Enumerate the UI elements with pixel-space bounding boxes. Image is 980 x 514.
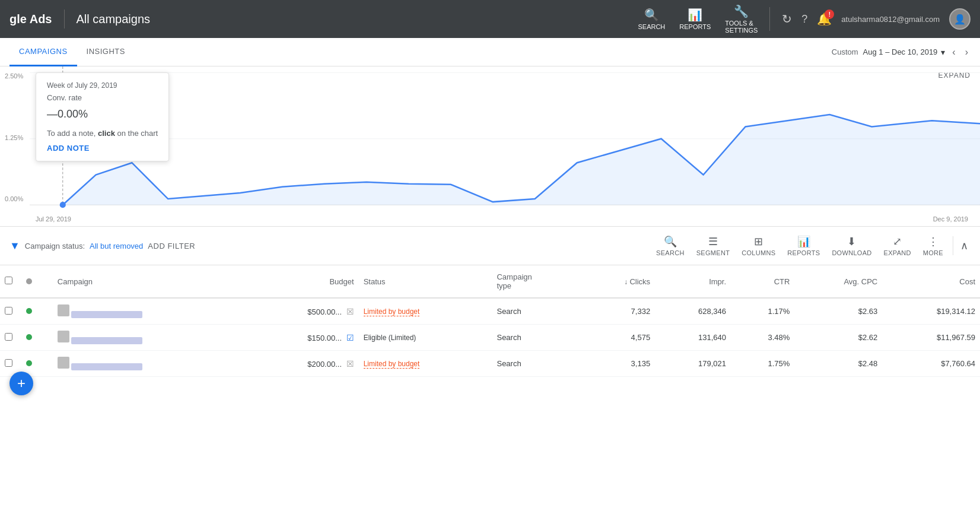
clicks-cell: 7,332 [583,298,655,325]
tab-campaigns[interactable]: CAMPAIGNS [9,38,77,66]
clicks-cell: 4,575 [583,325,655,351]
row-checkbox-cell [0,325,21,351]
row-checkbox[interactable] [5,333,12,341]
campaigns-table: Campaign Budget Status Campaigntype ↓ Cl… [0,265,980,377]
budget-check-icon: ☑ [346,333,354,342]
campaign-type-cell: Search [492,351,583,377]
cost-cell: $19,314.12 [882,298,980,325]
campaign-name-cell[interactable] [53,325,245,351]
toolbar-segment-button[interactable]: ☰ SEGMENT [692,233,735,259]
toolbar-columns-label: COLUMNS [742,249,775,256]
chart-tooltip: Week of July 29, 2019 Conv. rate —0.00% … [36,72,169,161]
budget-value: $500.00... [307,307,342,316]
tab-insights[interactable]: INSIGHTS [77,38,135,66]
toolbar-reports-button[interactable]: 📊 REPORTS [782,233,825,259]
header-status[interactable]: Status [359,265,492,298]
campaign-type-cell: Search [492,325,583,351]
toolbar-search-button[interactable]: 🔍 SEARCH [651,233,689,259]
header-impr[interactable]: Impr. [655,265,731,298]
toolbar-search-icon: 🔍 [664,235,677,248]
row-status-dot-cell [21,298,53,325]
toolbar-columns-icon: ⊞ [754,235,763,248]
search-nav-button[interactable]: 🔍 SEARCH [638,8,665,30]
toolbar-collapse-button[interactable]: ∧ [958,237,971,255]
y-label-top: 2.50% [5,72,23,80]
toolbar-divider [953,236,953,255]
chart-svg[interactable] [30,66,980,211]
tools-nav-button[interactable]: 🔧 TOOLS & SETTINGS [725,4,758,34]
campaign-name-blurred [71,311,142,318]
toolbar-right-actions: 🔍 SEARCH ☰ SEGMENT ⊞ COLUMNS 📊 REPORTS ⬇… [651,233,971,259]
toolbar-more-button[interactable]: ⋮ MORE [918,233,948,259]
tooltip-metric-label: Conv. rate [47,93,158,102]
tooltip-click-keyword: click [98,129,115,138]
ctr-cell: 1.17% [731,298,794,325]
toolbar-expand-label: EXPAND [884,249,911,256]
header-budget[interactable]: Budget [245,265,359,298]
header-ctr[interactable]: CTR [731,265,794,298]
user-avatar[interactable]: 👤 [949,8,971,30]
filter-status-label: Campaign status: [25,242,85,250]
avg-cpc-cell: $2.62 [794,325,882,351]
budget-cell: $150.00... ☑ [245,325,359,351]
impr-cell: 628,346 [655,298,731,325]
date-next-button[interactable]: › [963,45,971,60]
sort-down-icon: ↓ [624,278,629,286]
campaign-name-cell[interactable] [53,351,245,377]
filter-status-value[interactable]: All but removed [90,242,143,250]
toolbar-columns-button[interactable]: ⊞ COLUMNS [737,233,780,259]
campaign-icon [58,357,69,369]
date-prev-button[interactable]: ‹ [950,45,957,60]
help-button[interactable]: ? [801,13,807,26]
chart-area: EXPAND 2.50% 1.25% 0.00% Jul 29, 2019 De… [0,66,980,227]
select-all-checkbox[interactable] [5,277,12,284]
toolbar-expand-button[interactable]: ⤢ EXPAND [879,233,916,259]
search-nav-label: SEARCH [638,23,665,30]
table-header-row: Campaign Budget Status Campaigntype ↓ Cl… [0,265,980,298]
table-row: $150.00... ☑ Eligible (Limited) Search 4… [0,325,980,351]
toolbar-expand-icon: ⤢ [893,235,902,248]
campaign-type-cell: Search [492,298,583,325]
budget-cell: $200.00... ☒ [245,351,359,377]
notifications-button[interactable]: 🔔 ! [817,12,832,26]
status-cell: Limited by budget [359,298,492,325]
impr-cell: 131,640 [655,325,731,351]
impr-cell: 179,021 [655,351,731,377]
date-range-button[interactable]: Aug 1 – Dec 10, 2019 ▾ [863,47,946,57]
clicks-cell: 3,135 [583,351,655,377]
toolbar-download-button[interactable]: ⬇ DOWNLOAD [827,233,876,259]
x-label-start: Jul 29, 2019 [36,215,71,223]
ctr-cell: 1.75% [731,351,794,377]
row-status-dot-cell [21,325,53,351]
row-checkbox[interactable] [5,359,12,367]
status-badge: Limited by budget [364,307,420,316]
campaign-name-blurred [71,363,142,370]
user-email: atulsharma0812@gmail.com [841,15,940,24]
chart-x-labels: Jul 29, 2019 Dec 9, 2019 [36,215,968,223]
notification-badge: ! [825,9,834,19]
avg-cpc-cell: $2.63 [794,298,882,325]
reports-nav-button[interactable]: 📊 REPORTS [679,8,711,30]
y-label-bottom: 0.00% [5,195,23,202]
cost-cell: $11,967.59 [882,325,980,351]
date-range-selector: Custom Aug 1 – Dec 10, 2019 ▾ ‹ › [832,45,971,60]
add-filter-button[interactable]: ADD FILTER [148,242,195,250]
header-avg-cpc[interactable]: Avg. CPC [794,265,882,298]
tooltip-value-text: —0.00% [47,108,88,120]
chart-y-labels: 2.50% 1.25% 0.00% [5,66,23,208]
add-note-button[interactable]: ADD NOTE [47,144,90,153]
reports-icon: 📊 [688,8,702,22]
row-checkbox[interactable] [5,307,12,315]
campaign-name-blurred [71,337,142,344]
refresh-button[interactable]: ↻ [782,12,792,26]
toolbar-reports-icon: 📊 [797,235,810,248]
toolbar-download-label: DOWNLOAD [832,249,871,256]
nav-icons: 🔍 SEARCH 📊 REPORTS 🔧 TOOLS & SETTINGS [638,4,758,34]
campaign-name-cell[interactable] [53,298,245,325]
header-clicks[interactable]: ↓ Clicks [583,265,655,298]
header-campaign[interactable]: Campaign [53,265,245,298]
toolbar-more-label: MORE [923,249,943,256]
header-campaign-type[interactable]: Campaigntype [492,265,583,298]
nav-divider [64,9,65,28]
header-cost[interactable]: Cost [882,265,980,298]
